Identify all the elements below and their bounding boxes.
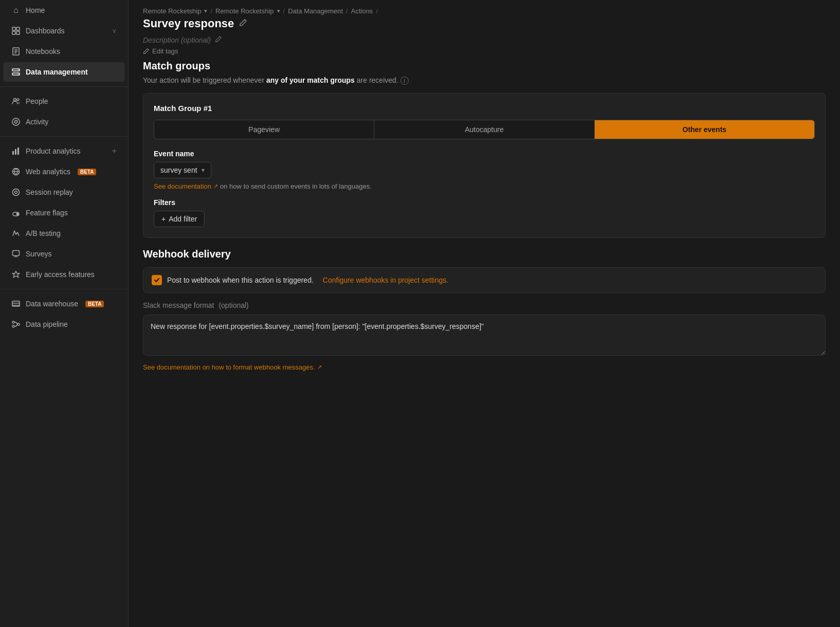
doc-link-suffix: on how to send custom events in lots of … (220, 182, 372, 190)
breadcrumb-remote-rocketship-1[interactable]: Remote Rocketship ▾ (143, 7, 207, 15)
svg-point-10 (18, 69, 19, 70)
sidebar-item-data-warehouse[interactable]: Data warehouse BETA (3, 294, 125, 314)
svg-point-13 (17, 99, 19, 101)
webhook-checkbox[interactable] (152, 275, 162, 285)
session-replay-icon (11, 188, 21, 197)
svg-rect-1 (16, 27, 20, 30)
svg-rect-19 (17, 147, 19, 155)
sidebar-item-label: Data management (26, 68, 88, 76)
sidebar-item-dashboards[interactable]: Dashboards ∨ (3, 21, 125, 41)
feature-flags-icon (11, 208, 21, 217)
data-pipeline-icon (11, 320, 21, 329)
webhook-external-link-icon: ↗ (317, 364, 322, 371)
webhook-label: Post to webhook when this action is trig… (167, 276, 314, 284)
filters-label: Filters (154, 198, 815, 207)
breadcrumb-actions[interactable]: Actions (351, 7, 373, 15)
web-analytics-icon (11, 167, 21, 176)
beta-badge: BETA (78, 169, 96, 175)
tab-pageview[interactable]: Pageview (154, 120, 374, 139)
desc-suffix: are received. (355, 76, 398, 84)
chevron-down-icon: ∨ (112, 27, 117, 34)
desc-bold: any of your match groups (266, 76, 355, 84)
doc-link[interactable]: See documentation ↗ on how to send custo… (154, 182, 815, 190)
sidebar-item-label: Activity (26, 118, 48, 126)
svg-rect-17 (12, 151, 14, 155)
breadcrumb-label: Data Management (288, 7, 343, 15)
tab-other-events[interactable]: Other events (595, 120, 814, 139)
tab-autocapture[interactable]: Autocapture (374, 120, 594, 139)
edit-title-button[interactable] (239, 19, 247, 29)
page-title-row: Survey response (129, 15, 840, 30)
edit-tags-button[interactable]: Edit tags (143, 47, 826, 55)
notebooks-icon (11, 47, 21, 56)
sidebar-item-label: Early access features (26, 270, 95, 279)
svg-point-11 (18, 73, 19, 75)
divider-2 (0, 136, 128, 137)
edit-tags-label: Edit tags (152, 47, 178, 55)
sidebar-item-data-pipeline[interactable]: Data pipeline (3, 315, 125, 334)
sidebar-item-session-replay[interactable]: Session replay (3, 182, 125, 202)
ab-testing-icon (11, 229, 21, 238)
sidebar-item-product-analytics[interactable]: Product analytics + (3, 141, 125, 161)
breadcrumb-sep-1: / (210, 7, 212, 15)
breadcrumb-label: Actions (351, 7, 373, 15)
sidebar-item-notebooks[interactable]: Notebooks (3, 42, 125, 61)
sidebar-item-label: Feature flags (26, 209, 68, 217)
slack-textarea[interactable] (143, 315, 826, 356)
sidebar-item-ab-testing[interactable]: A/B testing (3, 224, 125, 243)
sidebar-item-people[interactable]: People (3, 91, 125, 111)
add-filter-button[interactable]: + Add filter (154, 211, 205, 227)
svg-rect-3 (16, 31, 20, 34)
svg-point-30 (12, 321, 14, 323)
breadcrumb: Remote Rocketship ▾ / Remote Rocketship … (129, 0, 840, 15)
page-title: Survey response (143, 17, 234, 30)
desc-prefix: Your action will be triggered whenever (143, 76, 266, 84)
breadcrumb-label: Remote Rocketship (215, 7, 273, 15)
breadcrumb-data-management[interactable]: Data Management (288, 7, 343, 15)
svg-point-12 (14, 99, 16, 101)
data-warehouse-icon (11, 299, 21, 308)
sidebar-item-data-management[interactable]: Data management (3, 62, 125, 82)
configure-webhooks-link[interactable]: Configure webhooks in project settings. (323, 276, 448, 284)
breadcrumb-remote-rocketship-2[interactable]: Remote Rocketship ▾ (215, 7, 280, 15)
sidebar-item-web-analytics[interactable]: Web analytics BETA (3, 162, 125, 181)
webhook-doc-link[interactable]: See documentation on how to format webho… (143, 363, 826, 371)
info-icon[interactable]: i (400, 77, 409, 85)
breadcrumb-sep-2: / (283, 7, 285, 15)
doc-link-text: See documentation (154, 182, 211, 190)
slack-label-text: Slack message format (143, 301, 214, 309)
sidebar-item-label: Product analytics (26, 147, 81, 155)
sidebar-item-early-access[interactable]: Early access features (3, 265, 125, 284)
divider-1 (0, 86, 128, 87)
sidebar-item-activity[interactable]: Activity (3, 112, 125, 132)
sidebar-item-label: Surveys (26, 250, 52, 258)
svg-point-16 (15, 121, 16, 122)
sidebar-item-label: Data pipeline (26, 320, 68, 328)
breadcrumb-sep-3: / (346, 7, 348, 15)
sidebar-item-label: Dashboards (26, 27, 65, 35)
webhook-doc-link-text: See documentation on how to format webho… (143, 363, 315, 371)
sidebar-item-home[interactable]: ⌂ Home (3, 1, 125, 20)
sidebar-item-feature-flags[interactable]: Feature flags (3, 203, 125, 223)
event-name-value: survey sent (160, 166, 197, 174)
svg-point-22 (13, 189, 20, 196)
external-link-icon: ↗ (213, 183, 218, 190)
svg-rect-18 (15, 149, 16, 155)
event-name-dropdown[interactable]: survey sent ▾ (154, 162, 211, 178)
sidebar-item-label: Session replay (26, 188, 73, 196)
people-icon (11, 97, 21, 106)
match-group-title: Match Group #1 (154, 104, 815, 113)
sidebar: ⌂ Home Dashboards ∨ Notebooks (0, 0, 129, 627)
add-icon[interactable]: + (112, 146, 117, 156)
svg-point-25 (16, 213, 19, 215)
plus-icon: + (161, 215, 166, 223)
webhook-title: Webhook delivery (143, 248, 826, 260)
breadcrumb-sep-4: / (376, 7, 378, 15)
filters-section: Filters + Add filter (154, 198, 815, 227)
sidebar-item-surveys[interactable]: Surveys (3, 244, 125, 264)
slack-optional-text: (optional) (218, 301, 248, 309)
description-field[interactable]: Description (optional) (143, 35, 826, 44)
dashboards-icon (11, 26, 21, 35)
svg-rect-26 (13, 251, 20, 256)
match-group-card: Match Group #1 Pageview Autocapture Othe… (143, 93, 826, 238)
